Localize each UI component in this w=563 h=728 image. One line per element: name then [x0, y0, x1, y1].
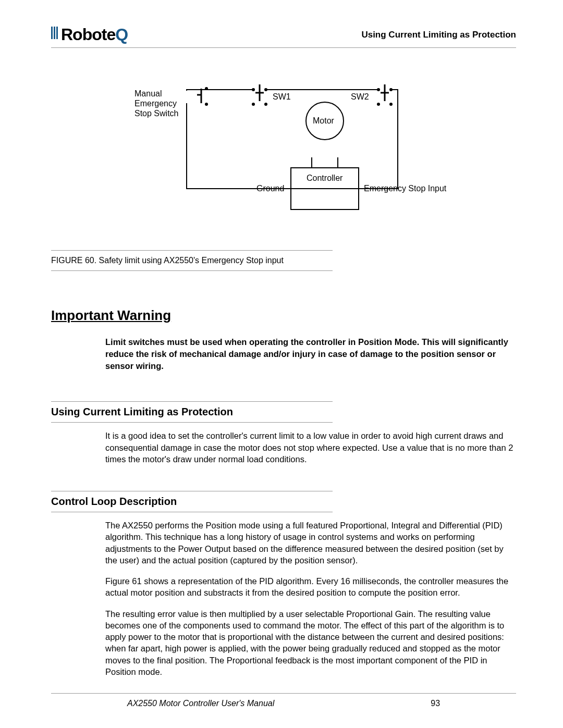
label-manual-estop: Manual Emergency Stop Switch: [134, 89, 178, 119]
label-controller: Controller: [307, 173, 342, 183]
section-control-loop-body: The AX2550 performs the Position mode us…: [105, 520, 516, 677]
svg-point-25: [377, 103, 380, 106]
svg-rect-13: [186, 91, 188, 103]
important-warning-body: Limit switches must be used when operati…: [105, 336, 516, 372]
section-current-limiting-para: It is a good idea to set the controller'…: [105, 430, 516, 465]
svg-point-23: [377, 88, 380, 91]
svg-rect-0: [51, 27, 53, 39]
svg-rect-3: [187, 90, 398, 189]
svg-point-9: [205, 87, 208, 90]
label-estop-input: Emergency Stop Input: [364, 183, 446, 193]
section-control-loop-heading: Control Loop Description: [51, 491, 333, 512]
diagram-svg: [145, 79, 437, 225]
svg-point-19: [264, 103, 267, 106]
svg-rect-2: [56, 27, 58, 39]
svg-point-8: [205, 103, 208, 106]
page-header: RoboteQ Using Current Limiting as Protec…: [51, 25, 516, 48]
logo-bars-icon: [51, 25, 59, 44]
svg-point-18: [252, 103, 255, 106]
label-sw1: SW1: [273, 92, 291, 102]
svg-point-26: [389, 103, 393, 106]
label-ground: Ground: [256, 183, 284, 193]
header-section-title: Using Current Limiting as Protection: [361, 30, 516, 40]
page-footer: AX2550 Motor Controller User's Manual 93: [51, 693, 516, 708]
control-loop-para-1: The AX2550 performs the Position mode us…: [105, 520, 516, 566]
footer-page-number: 93: [431, 699, 440, 708]
footer-doc-title: AX2550 Motor Controller User's Manual: [127, 699, 274, 708]
svg-rect-1: [54, 27, 55, 39]
section-current-limiting-heading: Using Current Limiting as Protection: [51, 401, 333, 423]
brand-name: RoboteQ: [61, 25, 128, 44]
control-loop-para-3: The resulting error value is then multip…: [105, 608, 516, 678]
figure-caption: FIGURE 60. Safety limit using AX2550's E…: [51, 250, 333, 271]
sw1-switch-icon: [252, 84, 267, 106]
section-current-limiting-body: It is a good idea to set the controller'…: [105, 430, 516, 465]
control-loop-para-2: Figure 61 shows a representation of the …: [105, 575, 516, 599]
circuit-diagram: Manual Emergency Stop Switch SW1 SW2 Mot…: [51, 79, 516, 246]
svg-point-24: [389, 88, 393, 91]
label-sw2: SW2: [351, 92, 369, 102]
important-warning-heading: Important Warning: [51, 307, 516, 324]
svg-point-17: [264, 88, 267, 91]
label-motor: Motor: [313, 116, 334, 126]
sw2-switch-icon: [377, 84, 393, 106]
svg-point-16: [252, 88, 255, 91]
brand-logo: RoboteQ: [51, 25, 128, 44]
